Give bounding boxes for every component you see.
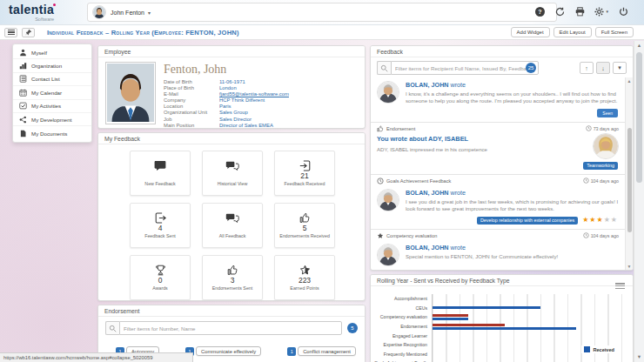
sidebar-item-label: My Documents: [31, 131, 67, 137]
field-label: Location: [164, 104, 219, 110]
employee-field-row: Organizational UnitSales Group: [164, 110, 289, 116]
avatar: [377, 81, 399, 104]
tile-all-feedback[interactable]: All Feedback: [202, 203, 263, 248]
clock-icon: [583, 178, 589, 184]
share-icon: [19, 116, 27, 124]
tile-count: 4: [158, 224, 163, 232]
sidebar-item-organization[interactable]: Organization: [13, 59, 91, 72]
user-icon: [19, 49, 27, 57]
field-value: Sales Director: [219, 117, 252, 123]
feedback-author: BOLAN, JOHN wrote: [406, 189, 619, 197]
tile-earned-points[interactable]: 223 Earned Points: [274, 255, 335, 300]
scroll-down-icon[interactable]: ▼: [634, 352, 644, 362]
sidebar-item-myself[interactable]: Myself: [13, 46, 91, 59]
feedback-item[interactable]: BOLAN, JOHN wrote I know, it's a challen…: [371, 77, 625, 123]
help-button[interactable]: ?: [534, 6, 545, 17]
sidebar-item-my-documents[interactable]: My Documents: [13, 126, 91, 139]
feedback-item[interactable]: Competency evaluation 104 days ago BOLAN…: [371, 230, 625, 270]
chart-row: CEUs: [374, 304, 624, 313]
chart-category-label: Engaged Learner: [374, 333, 432, 339]
chart-category-label: Expertise Recognition: [374, 342, 432, 347]
search-button[interactable]: [377, 61, 391, 75]
tile-endorsements-sent[interactable]: 3 Endorsements Sent: [202, 255, 263, 300]
feedback-tag[interactable]: Teamworking: [583, 162, 618, 170]
feedback-panel-header[interactable]: Feedback: [371, 46, 633, 57]
sidebar-item-my-activities[interactable]: My Activities: [13, 100, 91, 113]
page-scrollbar[interactable]: ▲ ▼: [634, 41, 644, 362]
tile-historical-view[interactable]: Historical View: [202, 151, 263, 196]
add-widget-button[interactable]: Add Widget: [511, 27, 550, 37]
tile-new-feedback[interactable]: New Feedback: [130, 151, 191, 196]
list-icon: [19, 75, 27, 83]
feedback-age: 104 days ago: [583, 178, 619, 184]
my-feedback-panel-header[interactable]: My Feedback: [98, 133, 365, 144]
chevron-down-icon: ▾: [148, 10, 151, 16]
full-screen-button[interactable]: Full Screen: [595, 27, 634, 37]
chevron-down-icon: ▾: [606, 9, 608, 14]
pin-button[interactable]: [22, 28, 35, 37]
tile-endorsements-received[interactable]: 5 Endorsements Received: [274, 203, 335, 248]
field-label: Main Position: [164, 123, 219, 129]
legend-received-label: Received: [593, 347, 614, 352]
scroll-up-icon[interactable]: ▲: [634, 41, 644, 50]
star-filled-icon: ★: [596, 216, 603, 224]
sidebar-item-my-development[interactable]: My Development: [13, 113, 91, 126]
field-label: Date of Birth: [164, 79, 219, 85]
tile-feedback-received[interactable]: 21 Feedback Received: [274, 151, 335, 196]
sidebar-item-my-calendar[interactable]: My Calendar: [13, 86, 91, 99]
feedback-author: BOLAN, JOHN wrote: [406, 244, 619, 251]
scrollbar-thumb[interactable]: [627, 128, 632, 232]
refresh-icon: [555, 7, 565, 17]
sort-down-button[interactable]: ↓: [596, 62, 610, 74]
feedback-body: I know, it's a challenge and everything …: [406, 89, 619, 104]
endorsement-filter-input[interactable]: [119, 321, 342, 335]
feedback-filter-input[interactable]: [391, 61, 539, 75]
chart-row: Goals Achievement Feedback: [374, 359, 624, 362]
endorsement-tag[interactable]: 1Conflict management: [287, 346, 356, 356]
employee-field-row: CompanyHCP Think Different: [164, 97, 289, 104]
settings-button[interactable]: ▾: [594, 7, 608, 17]
feedback-tag[interactable]: Develop relationship with external compa…: [477, 217, 578, 225]
refresh-button[interactable]: [554, 6, 565, 17]
feedback-item[interactable]: Endorsement 73 days ago You wrote about …: [371, 123, 625, 175]
scroll-down-icon[interactable]: ▼: [626, 263, 633, 270]
chart-bars-area: [432, 331, 624, 340]
field-value: Director of Sales EMEA: [219, 123, 273, 129]
endorsement-panel-header[interactable]: Endorsement: [98, 305, 365, 317]
field-value: HCP Think Different: [219, 97, 265, 104]
menu-toggle-button[interactable]: [4, 28, 17, 37]
chart-category-label: CEUs: [374, 305, 432, 311]
edit-layout-button[interactable]: Edit Layout: [553, 27, 592, 37]
field-value: London: [219, 85, 237, 91]
scrollbar-thumb[interactable]: [636, 52, 642, 183]
feedback-panel: Feedback 25 ↑ ↓ ▾ BOLAN, JOHN wrote I kn…: [370, 45, 634, 271]
sidebar-item-contact-list[interactable]: Contact List: [13, 73, 91, 86]
search-button[interactable]: [105, 321, 119, 335]
employee-card: Fenton, John Date of Birth11-06-1971 Pla…: [98, 57, 365, 129]
feedback-scrollbar[interactable]: ▲ ▼: [625, 77, 633, 270]
calendar-icon: [19, 89, 27, 97]
chart-panel-header[interactable]: Rolling Year - Sent vs Received by Feedb…: [371, 275, 633, 286]
employee-details: Fenton, John Date of Birth11-06-1971 Pla…: [164, 62, 289, 129]
tile-label: Historical View: [216, 181, 250, 186]
endorsement-tag[interactable]: 1Communicate effectively: [185, 346, 261, 356]
chart-row: Endorsement: [374, 322, 624, 332]
sort-up-button[interactable]: ↑: [580, 62, 594, 74]
employee-field-row: Main PositionDirector of Sales EMEA: [164, 123, 289, 129]
tile-awards[interactable]: 0 Awards: [130, 255, 191, 300]
chart-menu-button[interactable]: [615, 282, 625, 290]
tile-label: Feedback Sent: [143, 233, 178, 238]
employee-name: Fenton, John: [164, 63, 289, 77]
logout-button[interactable]: [618, 6, 628, 17]
tile-count: 5: [303, 224, 307, 232]
sort-options-button[interactable]: ▾: [613, 62, 627, 74]
sidebar-item-label: Myself: [31, 50, 47, 56]
seen-button[interactable]: Seen: [597, 109, 618, 117]
user-menu[interactable]: John Fenton ▾: [87, 3, 557, 22]
feedback-item[interactable]: Goals Achievement Feedback 104 days ago …: [371, 175, 625, 230]
email-link[interactable]: fjard55@talentia-software.com: [219, 91, 289, 97]
print-button[interactable]: [574, 6, 585, 17]
employee-panel-header[interactable]: Employee: [98, 46, 365, 57]
scroll-up-icon[interactable]: ▲: [626, 77, 633, 84]
tile-feedback-sent[interactable]: 4 Feedback Sent: [130, 203, 191, 248]
